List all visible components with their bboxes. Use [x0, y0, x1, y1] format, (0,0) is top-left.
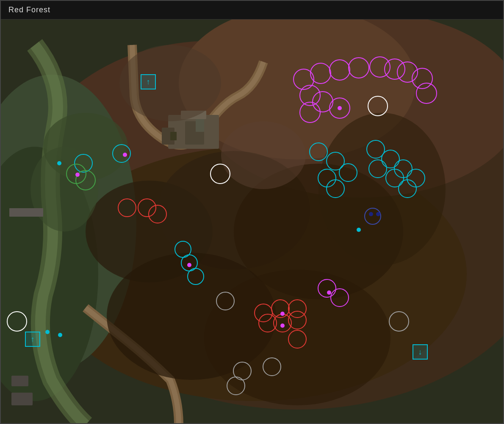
ring-marker — [310, 63, 331, 84]
ring-marker — [118, 198, 136, 217]
page-title: Red Forest — [8, 6, 50, 14]
ring-marker — [7, 311, 27, 332]
ring-marker — [368, 159, 387, 178]
ring-marker — [326, 179, 345, 198]
ring-marker — [389, 311, 409, 332]
ring-marker — [416, 83, 437, 104]
ring-marker — [216, 292, 235, 310]
ring-marker — [339, 163, 357, 182]
ring-marker — [112, 144, 131, 163]
ring-marker — [288, 311, 307, 329]
nav-arrow-up[interactable]: ↑ — [141, 74, 156, 89]
dot-marker — [75, 173, 80, 177]
dot-marker — [58, 333, 62, 337]
title-bar: Red Forest — [1, 1, 503, 20]
nav-arrow-down[interactable]: ↓ — [413, 344, 428, 360]
dot-marker — [57, 161, 61, 165]
ring-marker — [210, 164, 230, 184]
dot-marker — [338, 106, 342, 110]
ring-marker — [309, 142, 328, 161]
dot-marker — [187, 263, 191, 267]
ring-marker — [329, 59, 350, 81]
ring-marker — [148, 205, 167, 223]
ring-marker — [368, 96, 388, 116]
ring-marker — [263, 357, 281, 376]
map-container: ↑↑↓↓ — [1, 20, 503, 423]
markers-layer: ↑↑↓↓ — [1, 20, 503, 423]
ring-marker — [299, 102, 321, 123]
dot-marker — [280, 312, 285, 316]
ring-marker — [227, 377, 245, 395]
dot-marker — [45, 330, 50, 334]
dot-marker — [280, 324, 285, 328]
dot-marker — [327, 290, 331, 295]
dot-marker — [369, 212, 373, 216]
nav-arrow-up[interactable]: ↑ — [25, 332, 40, 347]
ring-marker — [187, 268, 204, 285]
ring-marker — [288, 330, 307, 349]
dot-marker — [376, 212, 380, 216]
ring-marker — [348, 57, 369, 78]
app-window: Red Forest — [0, 0, 504, 424]
ring-marker — [398, 179, 417, 198]
dot-marker — [357, 228, 361, 232]
dot-marker — [123, 153, 127, 157]
ring-marker — [330, 288, 349, 307]
ring-marker — [364, 208, 381, 225]
